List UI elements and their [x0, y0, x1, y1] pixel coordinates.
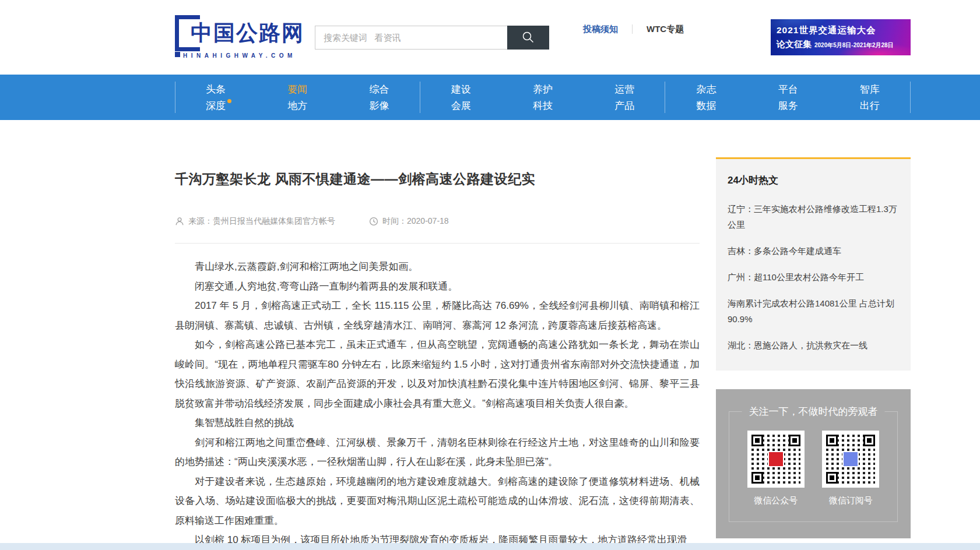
page: 中国公路网 HINAHIGHWAY.COM 投稿须知 WTC专题: [0, 0, 980, 550]
article-meta: 来源：贵州日报当代融媒体集团官方帐号 时间：2020-07-18: [175, 216, 700, 227]
nav-col-4: 建设 会展: [420, 75, 502, 120]
wechat-official-account: 微信公众号: [747, 431, 805, 506]
nav-item-depth-label: 深度: [206, 100, 226, 111]
main-nav: 头条 深度 要闻 地方 综合 影像 建设 会展 养护 科技 运营 产品: [0, 75, 980, 120]
logo-subtitle: HINAHIGHWAY.COM: [183, 52, 304, 59]
search-button[interactable]: [507, 26, 549, 50]
banner-cta: 论文征集: [777, 39, 812, 50]
banner-title: 2021世界交通运输大会: [777, 24, 905, 37]
author-icon: [175, 217, 184, 226]
hot-article-link[interactable]: 吉林：多条公路今年建成通车: [728, 243, 899, 259]
nav-item-key-news[interactable]: 要闻: [287, 84, 307, 94]
nav-item-comprehensive[interactable]: 综合: [370, 84, 389, 94]
qr-code-subscription-icon: [822, 431, 879, 488]
nav-item-services[interactable]: 服务: [778, 101, 798, 111]
paragraph: 2017 年 5 月，剑榕高速正式动工，全长 115.115 公里，桥隧比高达 …: [175, 296, 700, 335]
nav-col-3: 综合 影像: [338, 75, 420, 120]
logo-bracket-icon: [175, 15, 200, 51]
sidebar: 24小时热文 辽宁：三年实施农村公路维修改造工程1.3万公里 吉林：多条公路今年…: [716, 157, 911, 538]
nav-item-think-tank[interactable]: 智库: [860, 84, 880, 94]
nav-col-2: 要闻 地方: [257, 75, 338, 120]
time-icon: [369, 217, 378, 226]
banner-date: 2020年5月8日-2021年2月28日: [814, 41, 894, 50]
paragraph: 闭塞交通,人穷地贫,弯弯山路一直制约着两县的发展和联通。: [175, 277, 700, 297]
hot-article-link[interactable]: 海南累计完成农村公路14081公里 占总计划90.9%: [728, 295, 899, 327]
logo-title: 中国公路网: [191, 19, 304, 48]
wtc-banner-ad[interactable]: 2021世界交通运输大会 论文征集 2020年5月8日-2021年2月28日: [771, 19, 911, 55]
nav-col-6: 运营 产品: [584, 75, 665, 120]
follow-box: 关注一下，不做时代的旁观者 微信公众号 微信订阅号: [729, 411, 898, 522]
hot-panel-title: 24小时热文: [728, 174, 899, 187]
qr-code-official-icon: [747, 431, 805, 488]
nav-item-platform[interactable]: 平台: [778, 84, 798, 94]
nav-col-7: 杂志 数据: [665, 75, 747, 120]
article: 千沟万壑架长龙 风雨不惧建通途——剑榕高速公路建设纪实 来源：贵州日报当代融媒体…: [175, 170, 700, 550]
wechat-subscription-account: 微信订阅号: [822, 431, 879, 506]
search-bar: [315, 26, 549, 50]
paragraph: 如今，剑榕高速公路已基本完工，虽未正式通车，但从高空眺望，宽阔通畅的高速公路犹如…: [175, 335, 700, 413]
nav-col-1: 头条 深度: [175, 75, 257, 120]
nav-item-exhibition[interactable]: 会展: [451, 101, 471, 111]
nav-item-construction[interactable]: 建设: [451, 84, 471, 94]
hot-article-link[interactable]: 辽宁：三年实施农村公路维修改造工程1.3万公里: [728, 201, 899, 232]
nav-item-headlines[interactable]: 头条: [206, 84, 226, 94]
new-dot-badge: [227, 99, 231, 103]
nav-item-travel[interactable]: 出行: [860, 101, 880, 111]
meta-divider: [175, 243, 700, 244]
article-body: 青山绿水,云蒸霞蔚,剑河和榕江两地之间美景如画。 闭塞交通,人穷地贫,弯弯山路一…: [175, 257, 700, 550]
nav-item-local[interactable]: 地方: [287, 101, 307, 111]
follow-title: 关注一下，不做时代的旁观者: [742, 405, 885, 418]
links-divider: [632, 24, 633, 34]
nav-col-5: 养护 科技: [502, 75, 584, 120]
nav-item-maintenance[interactable]: 养护: [533, 84, 553, 94]
article-title: 千沟万壑架长龙 风雨不惧建通途——剑榕高速公路建设纪实: [175, 170, 700, 188]
paragraph: 青山绿水,云蒸霞蔚,剑河和榕江两地之间美景如画。: [175, 257, 700, 277]
link-submission-notice[interactable]: 投稿须知: [583, 24, 618, 35]
qr-label: 微信公众号: [754, 495, 798, 506]
search-icon: [521, 30, 535, 44]
search-input[interactable]: [315, 26, 507, 50]
hot-articles-panel: 24小时热文 辽宁：三年实施农村公路维修改造工程1.3万公里 吉林：多条公路今年…: [716, 157, 911, 371]
nav-item-magazine[interactable]: 杂志: [696, 84, 716, 94]
nav-item-technology[interactable]: 科技: [533, 101, 553, 111]
hot-article-link[interactable]: 广州：超110公里农村公路今年开工: [728, 269, 899, 285]
nav-item-data[interactable]: 数据: [696, 101, 716, 111]
article-time: 时间：2020-07-18: [382, 216, 449, 227]
header-links: 投稿须知 WTC专题: [583, 24, 684, 35]
qr-label: 微信订阅号: [829, 495, 873, 506]
article-source: 来源：贵州日报当代融媒体集团官方帐号: [188, 216, 335, 227]
nav-item-products[interactable]: 产品: [614, 101, 634, 111]
site-logo[interactable]: 中国公路网 HINAHIGHWAY.COM: [175, 16, 304, 59]
nav-item-operation[interactable]: 运营: [614, 84, 634, 94]
paragraph: 集智慧战胜自然的挑战: [175, 413, 700, 433]
wechat-follow-panel: 关注一下，不做时代的旁观者 微信公众号 微信订阅号: [716, 389, 911, 538]
nav-item-images[interactable]: 影像: [370, 101, 389, 111]
link-wtc-special[interactable]: WTC专题: [647, 24, 684, 35]
site-header: 中国公路网 HINAHIGHWAY.COM 投稿须知 WTC专题: [0, 0, 980, 75]
nav-item-depth[interactable]: 深度: [206, 101, 226, 111]
paragraph: 剑河和榕江两地之间重峦叠嶂、江河纵横、景象万千，清朝名臣林则徐在行经这片土地，对…: [175, 433, 700, 472]
nav-col-9: 智库 出行: [829, 75, 911, 120]
hot-article-link[interactable]: 湖北：恩施公路人，抗洪救灾在一线: [728, 337, 899, 353]
nav-col-8: 平台 服务: [747, 75, 829, 120]
paragraph: 对于建设者来说，生态越原始，环境越幽闭的地方建设难度就越大。剑榕高速的建设除了便…: [175, 472, 700, 531]
footer-strip: [0, 543, 980, 550]
